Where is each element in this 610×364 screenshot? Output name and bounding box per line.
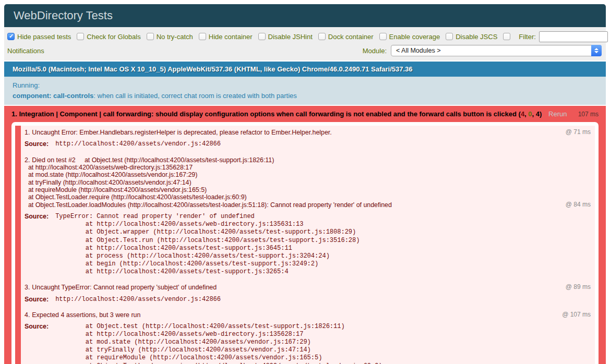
- checkbox-label[interactable]: Hide passed tests: [17, 33, 71, 41]
- select-stepper-icon[interactable]: [591, 45, 602, 56]
- assertion-item-3: 3.Uncaught TypeError: Cannot read proper…: [15, 281, 595, 308]
- source-text: http://localhost:4200/assets/vendor.js:4…: [55, 296, 221, 304]
- assertion-item-1: 1.Uncaught Error: Ember.Handlebars.regis…: [15, 126, 595, 153]
- test-toolbar: Hide passed tests Check for Globals No t…: [4, 27, 606, 60]
- source-label: Source:: [25, 296, 49, 303]
- chevron-down-icon: [594, 51, 599, 53]
- module-select[interactable]: < All Modules >: [391, 45, 602, 56]
- checkbox-hide-passed-tests[interactable]: Hide passed tests: [7, 33, 71, 41]
- checkbox-icon[interactable]: [7, 33, 15, 40]
- module-label: Module:: [363, 47, 387, 55]
- checkbox-label[interactable]: Disable JSCS: [456, 33, 497, 41]
- filter-group: Filter: Go: [519, 31, 610, 42]
- checkbox-icon[interactable]: [446, 33, 453, 40]
- assertion-source: Source: at Object.test (http://localhost…: [25, 323, 591, 364]
- checkbox-label[interactable]: Hide container: [209, 33, 253, 41]
- running-module: component: call-controls: [13, 92, 93, 100]
- checkbox-icon[interactable]: [199, 33, 206, 40]
- running-test-name: component: call-controls: when call is i…: [13, 91, 597, 101]
- checkbox-hide-container[interactable]: Hide container: [199, 33, 253, 41]
- failed-test-item: 107 ms 1. Integration | Component | call…: [4, 106, 606, 364]
- assertion-message: Uncaught TypeError: Cannot read property…: [32, 284, 217, 291]
- checkbox-icon[interactable]: [147, 33, 154, 40]
- assertion-number: 4.: [25, 311, 30, 319]
- checkbox-notifications[interactable]: [503, 33, 513, 40]
- source-label: Source:: [25, 323, 49, 330]
- checkbox-icon[interactable]: [503, 33, 510, 40]
- assertion-message: Died on test #2 at Object.test (http://l…: [25, 156, 392, 209]
- chevron-up-icon: [594, 48, 599, 50]
- assertion-list: 1.Uncaught Error: Ember.Handlebars.regis…: [11, 122, 599, 364]
- assertion-runtime: @ 71 ms: [566, 129, 591, 136]
- checkbox-label[interactable]: Dock container: [328, 33, 374, 41]
- test-runtime: 107 ms: [578, 111, 599, 118]
- checkbox-label[interactable]: Disable JSHint: [268, 33, 313, 41]
- passed-count: 0: [528, 110, 532, 118]
- checkbox-label[interactable]: Check for Globals: [87, 33, 140, 41]
- page-title: WebDirectory Tests: [4, 4, 606, 27]
- checkbox-disable-jshint[interactable]: Disable JSHint: [258, 33, 313, 41]
- checkbox-check-for-globals[interactable]: Check for Globals: [77, 33, 140, 41]
- checkbox-icon[interactable]: [318, 33, 326, 40]
- module-select-value[interactable]: < All Modules >: [391, 47, 440, 54]
- qunit-page: WebDirectory Tests Hide passed tests Che…: [4, 4, 606, 364]
- source-text: http://localhost:4200/assets/vendor.js:4…: [55, 140, 221, 148]
- user-agent-bar: Mozilla/5.0 (Macintosh; Intel Mac OS X 1…: [4, 62, 606, 77]
- running-label: Running:: [13, 80, 597, 91]
- failed-test-title: 1. Integration | Component | call forwar…: [11, 110, 542, 118]
- assertion-runtime: @ 107 ms: [562, 311, 591, 319]
- assertion-source: Source: TypeError: Cannot read property …: [25, 213, 591, 276]
- assertion-runtime: @ 84 ms: [566, 201, 591, 209]
- assertion-number: 3.: [25, 284, 30, 291]
- filter-input[interactable]: [539, 31, 608, 42]
- total-count: 4: [536, 110, 540, 118]
- source-label: Source:: [25, 213, 49, 220]
- checkbox-dock-container[interactable]: Dock container: [318, 33, 374, 41]
- checkbox-label[interactable]: Enable coverage: [389, 33, 440, 41]
- source-label: Source:: [25, 140, 49, 148]
- assertion-runtime: @ 89 ms: [566, 284, 591, 291]
- test-result-status: Running: component: call-controls: when …: [4, 77, 606, 105]
- checkbox-icon[interactable]: [379, 33, 387, 40]
- checkbox-icon[interactable]: [258, 33, 266, 40]
- rerun-link[interactable]: Rerun: [548, 110, 567, 118]
- toolbar-row-1: Hide passed tests Check for Globals No t…: [7, 31, 602, 42]
- checkbox-disable-jscs[interactable]: Disable JSCS: [446, 33, 497, 41]
- checkbox-icon[interactable]: [77, 33, 84, 40]
- checkbox-label[interactable]: No try-catch: [157, 33, 193, 41]
- assertion-item-4: 4.Expected 4 assertions, but 3 were run@…: [15, 308, 595, 364]
- checkbox-no-try-catch[interactable]: No try-catch: [147, 33, 193, 41]
- checkbox-notifications-label[interactable]: Notifications: [7, 47, 44, 55]
- assertion-item-2: 2.Died on test #2 at Object.test (http:/…: [15, 153, 595, 281]
- module-group: Module: < All Modules >: [363, 45, 602, 56]
- assertion-number: 2.: [25, 156, 30, 164]
- source-text: at Object.test (http://localhost:4200/as…: [55, 323, 401, 364]
- assertion-message: Expected 4 assertions, but 3 were run: [32, 311, 140, 319]
- assertion-message: Uncaught Error: Ember.Handlebars.registe…: [32, 129, 331, 136]
- toolbar-row-2: Notifications Module: < All Modules >: [7, 45, 602, 56]
- filter-label: Filter:: [519, 33, 536, 41]
- assertion-source: Source: http://localhost:4200/assets/ven…: [25, 140, 591, 148]
- assertion-source: Source: http://localhost:4200/assets/ven…: [25, 296, 591, 304]
- source-text: TypeError: Cannot read property 'render'…: [55, 213, 360, 276]
- checkbox-enable-coverage[interactable]: Enable coverage: [379, 33, 440, 41]
- assertion-number: 1.: [25, 129, 30, 136]
